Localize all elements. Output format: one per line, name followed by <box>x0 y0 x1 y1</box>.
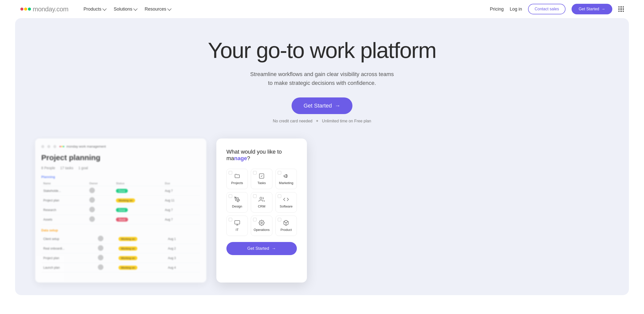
avatar <box>98 264 103 270</box>
pen-tool-icon <box>234 196 240 202</box>
table-row: Client setup Working on Aug 1 <box>41 234 200 244</box>
dashboard-section-datasetup: Data setup Client setup Working on Aug 1… <box>41 228 200 272</box>
manage-item-product[interactable]: Product <box>275 216 297 236</box>
dashboard-preview: monday work management Project planning … <box>35 138 206 283</box>
manage-item-projects[interactable]: Projects <box>226 169 248 189</box>
table-row: Real onboardi... Working on Aug 2 <box>41 244 200 253</box>
manage-item-it[interactable]: IT <box>226 216 248 236</box>
planning-table: Name Owner Status Due Stakeholde... Done <box>41 181 200 224</box>
solutions-chevron-icon <box>133 7 138 11</box>
monitor-icon <box>234 220 240 226</box>
crm-label: CRM <box>258 204 265 208</box>
svg-point-1 <box>24 8 27 11</box>
table-row: Project plan Working on Aug 11 <box>41 196 200 205</box>
apps-grid-icon[interactable] <box>618 6 624 12</box>
navbar: monday.com Products Solutions Resources … <box>0 0 644 18</box>
svg-point-2 <box>28 8 31 11</box>
table-row: Assets Stuck Aug 7 <box>41 215 200 224</box>
nav-links: Products Solutions Resources <box>80 5 174 14</box>
dashboard-logo: monday work management <box>59 145 106 148</box>
manage-grid: Projects Tasks <box>226 169 297 236</box>
manage-item-design[interactable]: Design <box>226 192 248 213</box>
manage-card: What would you like to manage? Projects <box>216 138 307 283</box>
projects-label: Projects <box>231 181 243 185</box>
manage-item-operations[interactable]: Operations <box>251 216 272 236</box>
avatar <box>89 197 95 203</box>
dashboard-logo-icon <box>59 145 64 148</box>
hero-content-area: monday work management Project planning … <box>15 138 629 283</box>
dashboard-dot-3 <box>53 145 56 148</box>
avatar <box>98 245 103 251</box>
manage-item-software[interactable]: Software <box>275 192 297 213</box>
product-label: Product <box>280 228 292 232</box>
login-link[interactable]: Log in <box>510 7 522 12</box>
dashboard-section-planning: Planning Name Owner Status Due Sta <box>41 175 200 224</box>
folder-icon <box>234 173 240 179</box>
operations-label: Operations <box>254 228 270 232</box>
tasks-checkbox[interactable] <box>253 171 257 175</box>
contact-sales-button[interactable]: Contact sales <box>528 4 566 14</box>
avatar <box>89 207 95 212</box>
logo[interactable]: monday.com <box>20 5 68 13</box>
table-row: Research Done Aug 7 <box>41 205 200 215</box>
table-row: Stakeholde... Done Aug 7 <box>41 186 200 196</box>
products-nav-link[interactable]: Products <box>80 5 109 14</box>
design-checkbox[interactable] <box>229 194 232 198</box>
solutions-nav-link[interactable]: Solutions <box>111 5 140 14</box>
dashboard-title: monday work management <box>66 145 106 148</box>
dashboard-dot-1 <box>41 145 44 148</box>
hero-note: No credit card needed ✦ Unlimited time o… <box>273 119 371 123</box>
svg-point-5 <box>63 146 64 147</box>
avatar <box>98 236 103 241</box>
svg-point-13 <box>261 222 262 224</box>
manage-item-tasks[interactable]: Tasks <box>251 169 272 189</box>
svg-point-8 <box>236 199 237 200</box>
code-icon <box>283 196 289 202</box>
dashboard-dot-2 <box>47 145 50 148</box>
dashboard-header: monday work management <box>41 145 200 148</box>
navbar-right: Pricing Log in Contact sales Get Started… <box>490 4 624 14</box>
resources-chevron-icon <box>167 7 172 11</box>
operations-checkbox[interactable] <box>253 218 257 221</box>
navbar-left: monday.com Products Solutions Resources <box>20 5 174 14</box>
tasks-label: Tasks <box>257 181 266 185</box>
design-label: Design <box>232 204 242 208</box>
manage-item-marketing[interactable]: Marketing <box>275 169 297 189</box>
manage-get-started-button[interactable]: Get Started → <box>226 242 297 255</box>
table-row: Project plan Working on Aug 3 <box>41 253 200 263</box>
marketing-label: Marketing <box>279 181 293 185</box>
pricing-link[interactable]: Pricing <box>490 7 504 12</box>
dashboard-project-title: Project planning <box>41 153 200 162</box>
avatar <box>89 216 95 222</box>
svg-rect-10 <box>235 221 240 224</box>
software-checkbox[interactable] <box>278 194 281 198</box>
settings-icon <box>259 220 265 226</box>
dashboard-meta: 8 People 17 tasks 1 goal <box>41 166 200 170</box>
get-started-nav-button[interactable]: Get Started → <box>572 4 612 14</box>
resources-nav-link[interactable]: Resources <box>142 5 174 14</box>
products-chevron-icon <box>102 7 107 11</box>
users-icon <box>259 196 265 202</box>
check-square-icon <box>259 173 265 179</box>
marketing-checkbox[interactable] <box>278 171 281 175</box>
it-checkbox[interactable] <box>229 218 232 221</box>
get-started-hero-button[interactable]: Get Started → <box>292 97 353 114</box>
monday-logo-icon <box>20 6 31 13</box>
projects-checkbox[interactable] <box>229 171 232 175</box>
svg-point-3 <box>59 146 61 147</box>
avatar <box>98 255 103 260</box>
product-checkbox[interactable] <box>278 218 281 221</box>
table-row: Launch plan Working on Aug 4 <box>41 263 200 272</box>
software-label: Software <box>280 204 293 208</box>
brand-name: monday.com <box>33 5 68 13</box>
svg-point-4 <box>61 146 62 147</box>
manage-item-crm[interactable]: CRM <box>251 192 272 213</box>
hero-subtitle: Streamline workflows and gain clear visi… <box>250 70 394 87</box>
megaphone-icon <box>283 173 289 179</box>
svg-point-9 <box>260 197 262 199</box>
crm-checkbox[interactable] <box>253 194 257 198</box>
box-icon <box>283 220 289 226</box>
manage-title: What would you like to manage? <box>226 149 297 162</box>
hero-section: Your go-to work platform Streamline work… <box>15 18 629 295</box>
avatar <box>89 188 95 193</box>
